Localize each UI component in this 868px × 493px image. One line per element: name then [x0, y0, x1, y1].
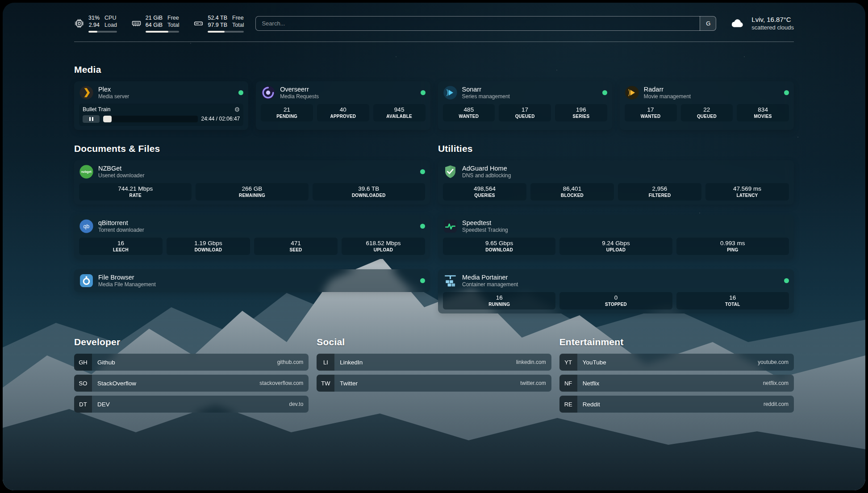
service-name: Speedtest	[462, 219, 508, 227]
service-card-speedtest[interactable]: Speedtest Speedtest Tracking 9.65 Gbps D…	[438, 215, 794, 259]
bookmark-abbr: RE	[559, 396, 577, 413]
card-titles: Sonarr Series management	[462, 85, 510, 100]
cpu-readout: 31% 2.94 CPU Load	[88, 14, 117, 33]
weather-widget[interactable]: Lviv, 16.87°C scattered clouds	[728, 15, 794, 31]
service-description: Media Requests	[280, 93, 319, 100]
pause-button[interactable]	[83, 115, 100, 123]
bookmark-list: YT YouTube youtube.com NF Netflix netfli…	[559, 354, 794, 413]
search-provider-button[interactable]: G	[700, 16, 716, 31]
cpu-percent: 31%	[88, 14, 100, 21]
bookmark-dev[interactable]: DT DEV dev.to	[74, 396, 309, 413]
bookmark-github[interactable]: GH Github github.com	[74, 354, 309, 371]
bookmark-group-developer: Developer GH Github github.com SO StackO…	[74, 337, 309, 413]
stats-row: 485 WANTED 17 QUEUED 196 SERIES	[443, 104, 607, 121]
stat-queued: 22 QUEUED	[681, 104, 733, 121]
bookmark-url: twitter.com	[520, 380, 546, 386]
bookmark-reddit[interactable]: RE Reddit reddit.com	[559, 396, 794, 413]
section-title-developer: Developer	[74, 337, 309, 347]
service-card-adguard[interactable]: AdGuard Home DNS and adblocking 498,564 …	[438, 160, 794, 205]
status-dot	[784, 90, 789, 95]
service-name: NZBGet	[98, 164, 144, 172]
service-card-plex[interactable]: Plex Media server Bullet Train ⚙	[74, 81, 248, 130]
stat-wanted: 485 WANTED	[443, 104, 495, 121]
service-card-portainer[interactable]: Media Portainer Container management 16 …	[438, 269, 794, 313]
background-stars	[3, 3, 4, 4]
stat-downloaded: 39.6 TB DOWNLOADED	[313, 183, 425, 201]
qbittorrent-icon: qb	[79, 219, 94, 234]
service-card-filebrowser[interactable]: File Browser Media File Management	[74, 269, 430, 292]
service-description: Container management	[462, 281, 518, 288]
stats-row: 17 WANTED 22 QUEUED 834 MOVIES	[625, 104, 789, 121]
status-dot	[420, 278, 425, 283]
disk-widget: 52.4 TB 97.9 TB Free Total	[193, 14, 244, 33]
service-name: qBittorrent	[98, 219, 144, 227]
card-titles: File Browser Media File Management	[98, 273, 156, 288]
service-card-nzbget[interactable]: nzbget NZBGet Usenet downloader 744.21 M…	[74, 160, 430, 205]
memory-icon	[131, 18, 142, 29]
bookmark-label: Twitter	[340, 380, 358, 387]
service-card-overseerr[interactable]: Overseerr Media Requests 21 PENDING 40 A…	[256, 81, 430, 130]
stat-blocked: 86,401 BLOCKED	[530, 183, 614, 201]
card-titles: NZBGet Usenet downloader	[98, 164, 144, 179]
playback-progress-bar[interactable]	[103, 116, 198, 122]
card-header: Sonarr Series management	[443, 85, 607, 100]
stat-series: 196 SERIES	[555, 104, 607, 121]
weather-text: Lviv, 16.87°C scattered clouds	[751, 15, 794, 31]
media-cards-row: Plex Media server Bullet Train ⚙	[74, 81, 794, 130]
middle-columns: Documents & Files nzbget NZBGet Usenet d…	[74, 143, 794, 313]
top-bar: 31% 2.94 CPU Load	[74, 14, 794, 33]
memory-widget: 21 GiB 64 GiB Free Total	[131, 14, 179, 33]
section-utilities: Utilities AdGuard Home DNS and adblockin…	[438, 143, 794, 313]
section-title-entertainment: Entertainment	[559, 337, 794, 347]
bookmark-label: Github	[97, 359, 115, 366]
plex-now-playing-widget: Bullet Train ⚙ 24:44 / 02:06:47	[79, 104, 243, 126]
bookmark-label: DEV	[97, 401, 110, 408]
section-title-utilities: Utilities	[438, 143, 794, 154]
bookmark-abbr: TW	[317, 375, 334, 392]
bookmark-stackoverflow[interactable]: SO StackOverflow stackoverflow.com	[74, 375, 309, 392]
bookmark-youtube[interactable]: YT YouTube youtube.com	[559, 354, 794, 371]
cpu-widget: 31% 2.94 CPU Load	[74, 14, 117, 33]
svg-text:nzbget: nzbget	[81, 170, 92, 174]
service-card-sonarr[interactable]: Sonarr Series management 485 WANTED 17 Q…	[438, 81, 612, 130]
bookmark-label: LinkedIn	[340, 359, 363, 366]
memory-total-value: 64 GiB	[146, 21, 163, 29]
search-input[interactable]	[255, 16, 716, 31]
weather-location: Lviv, 16.87°C	[751, 15, 794, 24]
disk-usage-bar	[208, 31, 244, 33]
section-title-social: Social	[317, 337, 551, 347]
bookmark-abbr: GH	[74, 354, 92, 371]
card-header: Radarr Movie management	[625, 85, 789, 100]
stat-movies: 834 MOVIES	[737, 104, 789, 121]
bookmark-label: StackOverflow	[97, 380, 136, 387]
bookmark-url: youtube.com	[758, 359, 789, 365]
bookmark-netflix[interactable]: NF Netflix netflix.com	[559, 375, 794, 392]
status-dot	[602, 90, 607, 95]
documents-cards: nzbget NZBGet Usenet downloader 744.21 M…	[74, 160, 430, 292]
settings-gear-icon[interactable]: ⚙	[234, 106, 240, 113]
card-titles: Speedtest Speedtest Tracking	[462, 219, 508, 234]
section-media: Media Plex Media server	[74, 64, 794, 130]
service-card-qbittorrent[interactable]: qb qBittorrent Torrent downloader 16	[74, 215, 430, 259]
card-header: File Browser Media File Management	[79, 273, 425, 288]
header-divider	[74, 42, 794, 42]
radarr-icon	[625, 85, 639, 100]
cpu-icon	[74, 18, 84, 29]
stat-queued: 17 QUEUED	[499, 104, 551, 121]
bookmark-list: GH Github github.com SO StackOverflow st…	[74, 354, 309, 413]
service-description: Media server	[98, 93, 129, 100]
bookmark-url: reddit.com	[764, 401, 789, 407]
service-name: AdGuard Home	[462, 164, 511, 172]
bookmark-twitter[interactable]: TW Twitter twitter.com	[317, 375, 551, 392]
bookmark-linkedin[interactable]: LI LinkedIn linkedin.com	[317, 354, 551, 371]
portainer-icon	[443, 273, 458, 288]
weather-condition: scattered clouds	[751, 24, 794, 32]
service-card-radarr[interactable]: Radarr Movie management 17 WANTED 22 QUE…	[620, 81, 794, 130]
bookmark-url: linkedin.com	[516, 359, 546, 365]
card-header: Overseerr Media Requests	[261, 85, 425, 100]
stats-row: 498,564 QUERIES 86,401 BLOCKED 2,956 FIL…	[443, 183, 789, 201]
playback-controls-row: 24:44 / 02:06:47	[83, 115, 240, 123]
bookmark-url: dev.to	[289, 401, 304, 407]
bookmark-url: netflix.com	[763, 380, 789, 386]
bookmark-label: Netflix	[583, 380, 600, 387]
